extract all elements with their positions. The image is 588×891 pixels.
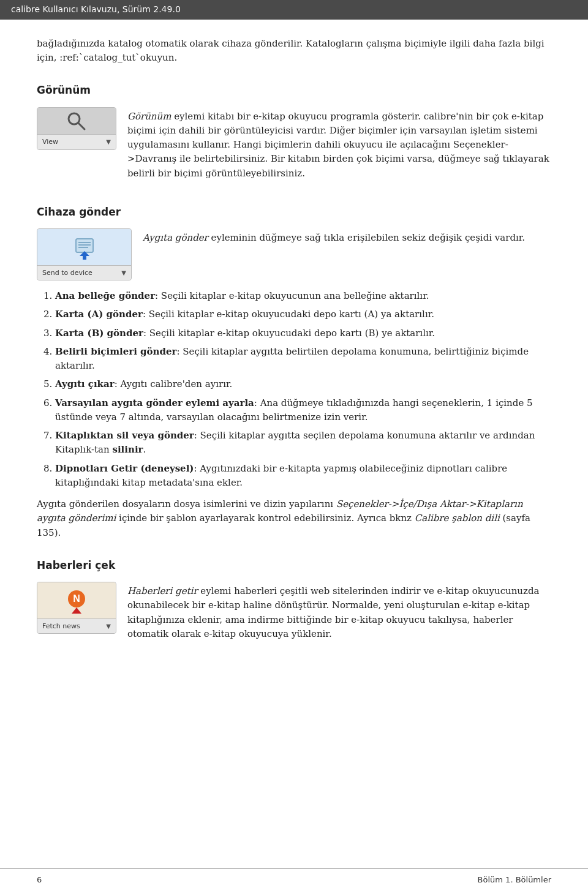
fetch-news-label-area: Fetch news ▼ — [37, 619, 116, 633]
cihaza-gonder-heading: Cihaza gönder — [37, 204, 551, 220]
view-dropdown-arrow: ▼ — [106, 137, 111, 147]
list-item: Ana belleğe gönder: Seçili kitaplar e-ki… — [55, 289, 551, 303]
fetch-news-label: Fetch news — [42, 621, 80, 631]
gorunum-heading: Görünüm — [37, 82, 551, 98]
list-item: Kitaplıktan sil veya gönder: Seçili kita… — [55, 429, 551, 457]
header-title: calibre Kullanıcı Kılavuzu, Sürüm 2.49.0 — [11, 3, 181, 17]
fetch-news-dropdown-arrow: ▼ — [106, 622, 111, 631]
footer: 6 Bölüm 1. Bölümler — [0, 868, 588, 891]
footer-right: Bölüm 1. Bölümler — [478, 874, 551, 886]
view-button[interactable]: View ▼ — [37, 107, 116, 150]
fetch-news-description: Haberleri getir eylemi haberleri çeşitli… — [127, 582, 551, 647]
news-icon: N — [64, 588, 89, 614]
send-dropdown-arrow: ▼ — [121, 268, 126, 278]
svg-marker-10 — [72, 607, 81, 614]
list-item: Aygıtı çıkar: Aygıtı calibre'den ayırır. — [55, 377, 551, 391]
send-button-label: Send to device — [42, 268, 92, 278]
list-item: Varsayılan aygıta gönder eylemi ayarla: … — [55, 396, 551, 425]
upload-icon — [71, 234, 98, 261]
fetch-news-icon-area: N — [37, 582, 116, 619]
list-item: Dipnotları Getir (deneysel): Aygıtınızda… — [55, 462, 551, 491]
view-button-icon-area — [37, 108, 116, 135]
list-item: Karta (A) gönder: Seçili kitaplar e-kita… — [55, 307, 551, 321]
header-bar: calibre Kullanıcı Kılavuzu, Sürüm 2.49.0 — [0, 0, 588, 20]
svg-rect-7 — [83, 256, 86, 260]
search-icon — [65, 110, 88, 133]
send-footnote: Aygıta gönderilen dosyaların dosya isiml… — [37, 497, 551, 540]
haberleri-cek-heading: Haberleri çek — [37, 557, 551, 573]
svg-rect-2 — [76, 239, 93, 252]
list-item: Karta (B) gönder: Seçili kitaplar e-kita… — [55, 326, 551, 340]
fetch-news-button[interactable]: N Fetch news ▼ — [37, 582, 116, 634]
intro-paragraph: bağladığınızda katalog otomatik olarak c… — [37, 37, 551, 66]
svg-text:N: N — [73, 593, 80, 604]
footer-page-number: 6 — [37, 874, 42, 886]
gorunum-description: Görünüm eylemi kitabı bir e-kitap okuyuc… — [127, 107, 551, 187]
send-button-icon-area — [37, 229, 131, 266]
footer-chapter: Bölüm 1. Bölümler — [478, 874, 551, 886]
send-to-device-description: Aygıta gönder eyleminin düğmeye sağ tıkl… — [143, 228, 551, 251]
fetch-news-button-block: N Fetch news ▼ Haberleri getir eylemi ha… — [37, 582, 551, 647]
view-button-label-area: View ▼ — [37, 135, 116, 149]
send-to-device-button[interactable]: Send to device ▼ — [37, 228, 132, 280]
svg-line-1 — [78, 123, 85, 129]
gorunum-button-block: View ▼ Görünüm eylemi kitabı bir e-kitap… — [37, 107, 551, 187]
send-to-device-button-block: Send to device ▼ Aygıta gönder eyleminin… — [37, 228, 551, 280]
send-to-device-list: Ana belleğe gönder: Seçili kitaplar e-ki… — [55, 289, 551, 490]
main-content: bağladığınızda katalog otomatik olarak c… — [0, 20, 588, 705]
list-item: Belirli biçimleri gönder: Seçili kitapla… — [55, 345, 551, 374]
view-button-label: View — [42, 137, 58, 147]
send-button-label-area: Send to device ▼ — [37, 266, 131, 280]
